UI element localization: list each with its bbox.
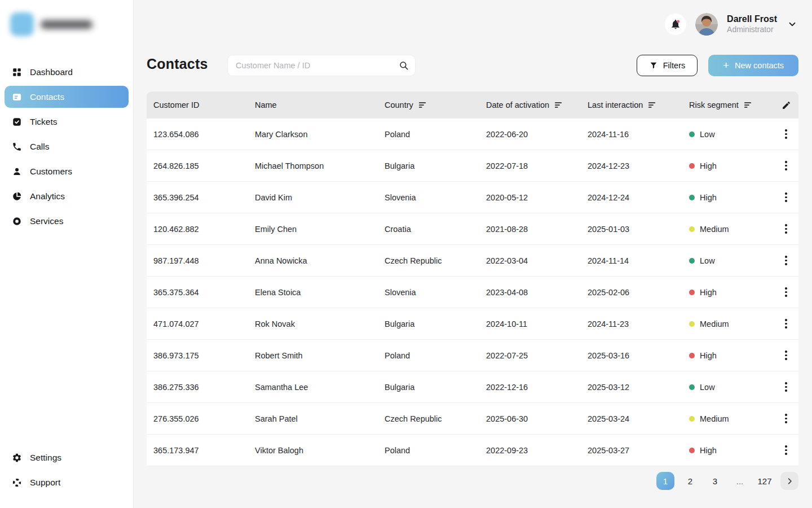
table-header-row: Customer IDNameCountryDate of activation… [147,91,798,119]
risk-dot [689,226,695,232]
cell-customer-id: 386.275.336 [153,383,255,392]
cell-customer-id: 120.462.882 [153,225,255,234]
notifications-button[interactable] [665,14,686,35]
column-header-last-interaction[interactable]: Last interaction [588,100,689,110]
cell-name: Robert Smith [255,351,385,360]
cell-last-interaction: 2024-12-23 [588,161,689,170]
cell-activation-date: 2022-12-16 [486,383,588,392]
table-body: 123.654.086 Mary Clarkson Poland 2022-06… [147,119,798,466]
cell-activation-date: 2023-04-08 [486,288,588,297]
filters-button[interactable]: Filters [637,55,698,76]
risk-label: Low [700,256,715,265]
row-menu-button[interactable] [780,285,792,299]
cell-name: Sarah Patel [255,414,385,423]
cell-activation-date: 2022-07-25 [486,351,588,360]
topbar: Darell Frost Administrator [665,13,798,36]
pagination-next-button[interactable] [780,472,798,490]
column-header-actions [774,100,798,110]
row-menu-button[interactable] [780,222,792,236]
sort-icon[interactable] [744,101,752,109]
sidebar-item-dashboard[interactable]: Dashboard [5,61,129,83]
cell-risk-segment: High [689,446,774,455]
cell-last-interaction: 2025-03-27 [588,446,689,455]
search-box [227,55,416,76]
risk-dot [689,321,695,327]
cell-activation-date: 2022-07-18 [486,161,588,170]
table-row: 120.462.882 Emily Chen Croatia 2021-08-2… [147,213,798,245]
cell-customer-id: 264.826.185 [153,161,255,170]
sort-icon[interactable] [418,101,427,109]
sidebar-item-contacts[interactable]: Contacts [5,86,129,108]
cell-name: Michael Thompson [255,161,385,170]
user-avatar[interactable] [695,13,718,36]
cell-last-interaction: 2024-11-16 [588,130,689,139]
cell-risk-segment: Low [689,130,774,139]
sidebar-item-customers[interactable]: Customers [5,160,129,182]
sort-icon[interactable] [554,101,563,109]
risk-label: High [700,161,717,170]
risk-dot [689,290,695,295]
sidebar-item-label: Support [30,478,60,488]
row-menu-button[interactable] [780,253,792,268]
search-input[interactable] [227,55,416,76]
filters-label: Filters [663,61,685,70]
cell-country: Slovenia [385,193,486,202]
search-icon[interactable] [399,60,409,71]
sidebar-item-calls[interactable]: Calls [5,135,129,157]
edit-pencil-icon[interactable] [782,100,791,110]
row-menu-button[interactable] [780,348,792,362]
row-menu-button[interactable] [780,159,792,173]
new-contacts-button[interactable]: + New contacts [708,55,798,76]
sidebar-nav: Dashboard Contacts Tickets Calls Custome… [5,61,129,232]
cell-risk-segment: High [689,161,774,170]
row-menu-button[interactable] [780,411,792,426]
analytics-icon [11,191,22,202]
cell-name: Emily Chen [255,225,385,234]
risk-dot [689,163,695,169]
row-menu-button[interactable] [780,317,792,331]
cell-customer-id: 123.654.086 [153,130,255,139]
risk-label: High [700,351,717,360]
sidebar-item-tickets[interactable]: Tickets [5,111,129,133]
sort-icon[interactable] [648,101,656,109]
cell-country: Bulgaria [385,383,486,392]
sidebar-item-services[interactable]: Services [5,210,129,232]
settings-icon [11,452,22,463]
row-menu-button[interactable] [780,380,792,394]
cell-customer-id: 365.396.254 [153,193,255,202]
column-header-risk-segment[interactable]: Risk segment [689,100,774,110]
sidebar-item-support[interactable]: Support [5,471,129,493]
column-header-date-of-activation[interactable]: Date of activation [486,100,588,110]
row-menu-button[interactable] [780,127,792,141]
sidebar-item-label: Analytics [30,191,65,202]
risk-dot [689,258,695,264]
row-menu-button[interactable] [780,443,792,457]
sidebar-item-label: Settings [30,453,61,463]
sidebar: Dashboard Contacts Tickets Calls Custome… [0,0,134,508]
pagination-page-127[interactable]: 127 [756,472,774,490]
row-menu-button[interactable] [780,190,792,204]
sidebar-item-analytics[interactable]: Analytics [5,185,129,207]
cell-customer-id: 365.173.947 [153,446,255,455]
risk-label: Medium [700,319,729,329]
column-label: Country [385,100,413,110]
cell-activation-date: 2025-06-30 [486,414,588,423]
risk-dot [689,195,695,200]
pagination-page-1[interactable]: 1 [656,472,674,490]
table-row: 386.973.175 Robert Smith Poland 2022-07-… [147,340,798,371]
column-label: Customer ID [153,100,199,110]
contacts-table: Customer IDNameCountryDate of activation… [147,91,798,466]
page-title: Contacts [147,56,208,72]
user-menu-toggle[interactable] [786,18,798,30]
risk-label: Low [700,383,715,392]
risk-dot [689,448,695,453]
cell-country: Czech Republic [385,414,486,423]
pagination-page-3[interactable]: 3 [706,472,724,490]
sidebar-item-label: Calls [30,142,49,152]
risk-dot [689,132,695,137]
cell-customer-id: 987.197.448 [153,256,255,265]
cell-country: Poland [385,446,486,455]
pagination-page-2[interactable]: 2 [681,472,699,490]
column-header-country[interactable]: Country [385,100,486,110]
sidebar-item-settings[interactable]: Settings [5,446,129,468]
